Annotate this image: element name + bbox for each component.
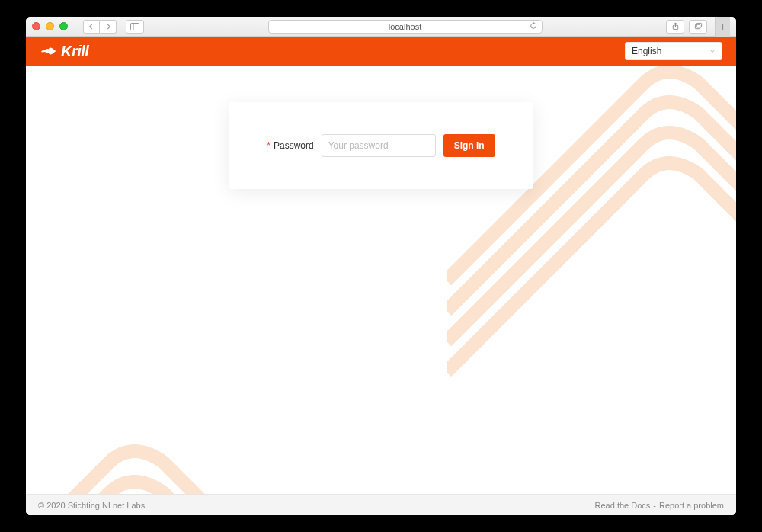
address-text: localhost bbox=[389, 22, 421, 31]
krill-icon bbox=[40, 46, 56, 56]
window-minimize-button[interactable] bbox=[46, 22, 54, 30]
password-input[interactable] bbox=[322, 134, 436, 157]
app-footer: © 2020 Stichting NLnet Labs Read the Doc… bbox=[26, 494, 736, 515]
footer-links: Read the Docs - Report a problem bbox=[595, 501, 724, 510]
window-controls bbox=[32, 22, 68, 30]
app-viewport: Krill English * Password Sign bbox=[26, 37, 736, 515]
svg-rect-4 bbox=[696, 23, 701, 27]
login-card: * Password Sign In bbox=[229, 102, 533, 189]
toolbar-right bbox=[666, 20, 707, 34]
language-selector[interactable]: English bbox=[625, 42, 722, 60]
read-the-docs-link[interactable]: Read the Docs bbox=[595, 501, 651, 510]
password-label-text: Password bbox=[274, 140, 314, 151]
language-selected: English bbox=[632, 46, 661, 56]
brand-logo: Krill bbox=[40, 43, 88, 60]
share-button[interactable] bbox=[666, 20, 684, 34]
sign-in-button[interactable]: Sign In bbox=[443, 134, 495, 157]
back-button[interactable] bbox=[83, 20, 100, 34]
copyright-text: © 2020 Stichting NLnet Labs bbox=[38, 501, 145, 510]
sidebar-toggle-button[interactable] bbox=[126, 20, 144, 34]
password-label: * Password bbox=[267, 140, 313, 151]
tabs-button[interactable] bbox=[689, 20, 707, 34]
browser-nav-buttons bbox=[83, 20, 117, 34]
reload-icon[interactable] bbox=[530, 22, 537, 31]
window-zoom-button[interactable] bbox=[59, 22, 68, 30]
app-header: Krill English bbox=[26, 37, 736, 66]
required-mark: * bbox=[267, 140, 271, 151]
svg-rect-3 bbox=[695, 24, 700, 29]
forward-button[interactable] bbox=[100, 20, 117, 34]
brand-text: Krill bbox=[61, 43, 88, 60]
address-bar[interactable]: localhost bbox=[268, 20, 543, 34]
svg-rect-0 bbox=[131, 23, 139, 30]
main-area: * Password Sign In bbox=[26, 66, 736, 494]
chevron-down-icon bbox=[709, 47, 716, 56]
new-tab-button[interactable]: + bbox=[715, 17, 730, 37]
footer-separator: - bbox=[653, 501, 656, 510]
browser-titlebar: localhost + bbox=[26, 17, 736, 37]
report-problem-link[interactable]: Report a problem bbox=[659, 501, 724, 510]
browser-window: localhost + bbox=[26, 17, 736, 515]
window-close-button[interactable] bbox=[32, 22, 40, 30]
